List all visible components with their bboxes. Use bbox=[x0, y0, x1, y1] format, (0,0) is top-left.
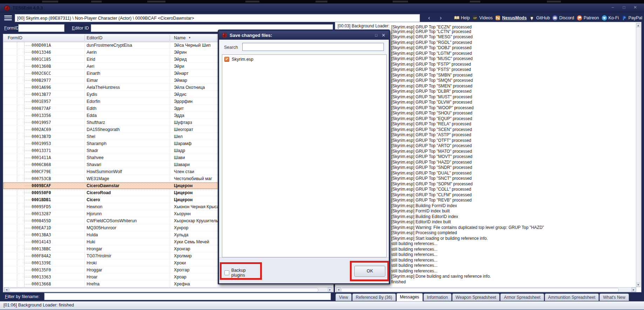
window-minimize-button[interactable]: – bbox=[609, 5, 617, 10]
dialog-close-button[interactable] bbox=[381, 33, 386, 38]
cell-formid: 00019953 bbox=[32, 141, 51, 146]
breadcrumb-input[interactable] bbox=[15, 14, 420, 22]
cell-name: Шавари bbox=[174, 162, 190, 167]
cell-formid: 00013287 bbox=[32, 211, 51, 216]
log-line-text: still building references... bbox=[391, 247, 438, 252]
nexusmods-icon bbox=[495, 15, 501, 21]
log-line-text: [Skyrim.esp] Done building and saving re… bbox=[391, 274, 491, 279]
tab-what-s-new[interactable]: What's New bbox=[599, 293, 629, 301]
tab-weapon-spreadsheet[interactable]: Weapon Spreadsheet bbox=[452, 293, 500, 301]
log-line-text: [Skyrim.esp] GRUP Top "ASTP" processed bbox=[391, 132, 471, 137]
table-horizontal-scrollbar[interactable]: ◄ ► bbox=[4, 287, 333, 292]
sort-desc-icon bbox=[188, 36, 191, 39]
column-header-name[interactable]: Name bbox=[174, 35, 185, 40]
cell-name: Хульда bbox=[174, 232, 188, 237]
formid-input[interactable] bbox=[18, 24, 65, 32]
backup-plugins-option[interactable]: Backup plugins bbox=[224, 268, 260, 278]
log-line-text: [Skyrim.esp] GRUP Top "DLBR" processed bbox=[391, 89, 472, 94]
nav-forward-button[interactable] bbox=[436, 14, 446, 22]
svg-text:GP: GP bbox=[473, 17, 477, 19]
cell-editorid: Hewnon bbox=[87, 204, 102, 209]
cell-editorid: Cicero bbox=[87, 197, 100, 202]
dialog-search-input[interactable] bbox=[242, 43, 384, 51]
tab-view[interactable]: View bbox=[335, 293, 352, 301]
toolbar-link-videos[interactable]: GPVideos bbox=[472, 15, 493, 21]
cell-name: Честолюбивый маг bbox=[174, 176, 212, 181]
log-line-text: [Skyrim.esp] Building FormID index bbox=[391, 203, 457, 208]
tab-information[interactable]: Information bbox=[423, 293, 452, 301]
toolbar-link-discord[interactable]: Discord bbox=[552, 15, 574, 21]
cell-editorid: CWFieldCOSonsWhiterun bbox=[87, 218, 137, 223]
log-horizontal-scrollbar[interactable]: ◄ ► bbox=[336, 287, 636, 292]
toolbar-link-kofi[interactable]: Ko-Fi bbox=[602, 15, 619, 21]
cell-name: Шуфтарз bbox=[174, 120, 192, 125]
cell-editorid: HowlSummonWolf bbox=[87, 169, 122, 174]
tree-connector bbox=[25, 66, 31, 67]
tree-connector bbox=[25, 200, 31, 200]
cell-editorid: Hroggar bbox=[87, 268, 102, 272]
log-vertical-scrollbar[interactable]: ▲ ▼ bbox=[636, 23, 640, 287]
cell-name: Эдда bbox=[174, 113, 184, 118]
tes5edit-window: TES5Edit 4.0.3 – □ ✕ HelpGPVideosNexusMo… bbox=[0, 0, 644, 310]
tab-ammunition-spreadsheet[interactable]: Ammunition Spreadsheet bbox=[545, 293, 599, 301]
cell-name: Эйрин bbox=[174, 50, 187, 55]
cell-editorid: WE31Mage bbox=[87, 176, 109, 181]
toolbar-link-github[interactable]: GitHub bbox=[529, 15, 550, 21]
file-list-item[interactable]: Skyrim.esp bbox=[224, 57, 253, 62]
editorid-label: Editor ID bbox=[72, 26, 89, 31]
cell-name: Хьюнон Черная Крыса bbox=[174, 204, 219, 209]
cell-editorid: Hrefna bbox=[87, 282, 100, 286]
cell-formid: 0002C6CC bbox=[32, 71, 51, 76]
ok-button[interactable]: OK bbox=[354, 266, 385, 277]
tab-messages[interactable]: Messages bbox=[396, 293, 423, 301]
tab-referenced-by-36[interactable]: Referenced By (36) bbox=[352, 293, 396, 301]
status-bar bbox=[0, 301, 644, 310]
tree-connector bbox=[25, 73, 31, 74]
toolbar-link-patreon[interactable]: Patreon bbox=[577, 15, 599, 21]
log-line-text: [Skyrim.esp] GRUP Top "REVB" processed bbox=[391, 198, 472, 203]
nav-back-button[interactable] bbox=[424, 14, 434, 22]
filter-by-filename-input[interactable] bbox=[44, 293, 331, 300]
column-header-editorid[interactable]: EditorID bbox=[87, 35, 102, 40]
cell-formid: 000F84A2 bbox=[32, 253, 51, 258]
backup-plugins-label: Backup plugins bbox=[231, 268, 260, 278]
toolbar-link-nexusmods[interactable]: NexusMods bbox=[495, 15, 527, 21]
file-checkbox[interactable] bbox=[224, 57, 229, 62]
github-icon bbox=[529, 15, 535, 21]
cell-formid: 0001411A bbox=[32, 155, 51, 160]
tab-armor-spreadsheet[interactable]: Armor Spreadsheet bbox=[500, 293, 544, 301]
toolbar-link-paypal[interactable]: PayPal bbox=[621, 15, 642, 21]
dialog-app-icon bbox=[222, 33, 227, 38]
dialog-maximize-button[interactable] bbox=[373, 33, 379, 38]
tree-connector bbox=[25, 45, 31, 46]
log-line-text: [Skyrim.esp] GRUP Top "WOOP" processed bbox=[391, 105, 474, 110]
log-line-text: [Skyrim.esp] GRUP Top "RGDL" processed bbox=[391, 40, 472, 45]
log-line-text: [Skyrim.esp] GRUP Top "FSTS" processed bbox=[391, 67, 471, 72]
toolbar-link-help[interactable]: Help bbox=[454, 15, 470, 21]
tree-connector bbox=[25, 207, 31, 207]
log-line-text: still building references... bbox=[391, 241, 438, 246]
backup-plugins-checkbox[interactable] bbox=[224, 270, 229, 275]
window-maximize-button[interactable]: □ bbox=[620, 5, 628, 10]
log-line-text: [Skyrim.esp] GRUP Top "DOBJ" processed bbox=[391, 45, 472, 50]
status-text: [01:06] Background Loader: finished bbox=[4, 303, 74, 308]
cell-formid: 0001BDB1 bbox=[32, 197, 51, 202]
toolbar-link-label: GitHub bbox=[536, 15, 550, 20]
cell-editorid: Edda bbox=[87, 113, 97, 118]
cell-editorid: Hrongar bbox=[87, 246, 102, 251]
cell-formid: 000CF79E bbox=[32, 169, 51, 174]
cell-editorid: Hroar bbox=[87, 275, 97, 279]
cell-formid: 0009BCAF bbox=[32, 183, 51, 188]
log-line-text: [Skyrim.esp] Start loading or building r… bbox=[391, 236, 488, 241]
tree-connector bbox=[25, 59, 31, 60]
tree-connector bbox=[25, 284, 31, 284]
toolbar-link-label: Ko-Fi bbox=[609, 15, 619, 20]
kofi-icon bbox=[602, 15, 607, 21]
window-titlebar bbox=[0, 4, 644, 13]
column-header-formid[interactable]: FormID bbox=[8, 35, 22, 40]
main-menu-button[interactable] bbox=[4, 15, 12, 21]
window-close-button[interactable]: ✕ bbox=[631, 5, 639, 10]
cell-editorid: Aerin bbox=[87, 50, 97, 55]
cell-name: Эйса Черный Шип bbox=[174, 43, 211, 48]
log-line-text: [Skyrim.esp] EditorID index built bbox=[391, 219, 451, 224]
